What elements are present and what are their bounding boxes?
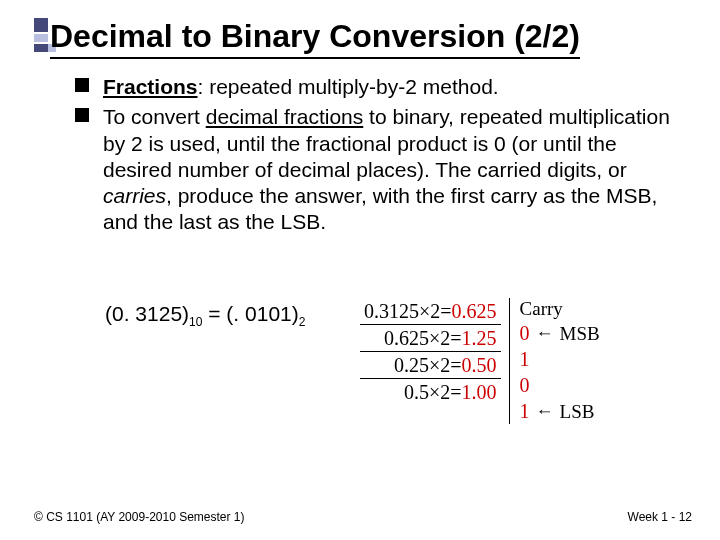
bullet-2: To convert decimal fractions to binary, … — [75, 104, 690, 235]
accent-square-top — [34, 18, 48, 32]
bullet-1-strong: Fractions — [103, 75, 198, 98]
slide-title: Decimal to Binary Conversion (2/2) — [50, 18, 580, 59]
carry-header: Carry — [520, 298, 600, 320]
accent-square-2 — [34, 44, 48, 52]
calc-pre: 0.25×2= — [394, 354, 462, 376]
eq-rhs-sub: 2 — [299, 315, 306, 329]
table-row: 0←MSB — [520, 320, 600, 346]
calc-column: 0.3125×2=0.625 0.625×2=1.25 0.25×2=0.50 … — [360, 298, 509, 424]
footer-copyright: © CS 1101 (AY 2009-2010 Semester 1) — [34, 510, 245, 524]
bullet-icon — [75, 78, 89, 92]
accent-light-1 — [34, 34, 48, 42]
table-row: 1←LSB — [520, 398, 600, 424]
carry-val: 1 — [520, 400, 530, 423]
table-row: 0.625×2=1.25 — [360, 325, 501, 352]
arrow-left-icon: ← — [536, 323, 554, 344]
table-row: 0 — [520, 372, 600, 398]
carry-val: 0 — [520, 374, 530, 397]
equation: (0. 3125)10 = (. 0101)2 — [105, 302, 305, 329]
carry-note: LSB — [560, 401, 595, 423]
calc-pre: 0.3125×2= — [364, 300, 452, 322]
footer-page: Week 1 - 12 — [628, 510, 692, 524]
calc-res: 0.50 — [462, 354, 497, 376]
eq-lhs: (0. 3125) — [105, 302, 189, 325]
bullet-2-ul: decimal fractions — [206, 105, 364, 128]
bullet-1-rest: : repeated multiply-by-2 method. — [198, 75, 499, 98]
body: Fractions: repeated multiply-by-2 method… — [75, 74, 690, 240]
bullet-1: Fractions: repeated multiply-by-2 method… — [75, 74, 690, 100]
bullet-1-text: Fractions: repeated multiply-by-2 method… — [103, 74, 499, 100]
calc-res: 0.625 — [452, 300, 497, 322]
calc-pre: 0.5×2= — [404, 381, 462, 403]
carry-val: 0 — [520, 322, 530, 345]
bullet-2-c: , produce the answer, with the first car… — [103, 184, 657, 233]
carry-note: MSB — [560, 323, 600, 345]
table-row: 0.25×2=0.50 — [360, 352, 501, 379]
conversion-table: 0.3125×2=0.625 0.625×2=1.25 0.25×2=0.50 … — [360, 298, 600, 424]
eq-lhs-sub: 10 — [189, 315, 202, 329]
eq-mid: = (. 0101) — [202, 302, 298, 325]
bullet-2-text: To convert decimal fractions to binary, … — [103, 104, 690, 235]
carry-val: 1 — [520, 348, 530, 371]
calc-pre: 0.625×2= — [384, 327, 462, 349]
table-row: 0.5×2=1.00 — [360, 379, 501, 405]
bullet-2-it: carries — [103, 184, 166, 207]
carry-column: Carry 0←MSB 1 0 1←LSB — [509, 298, 600, 424]
calc-res: 1.25 — [462, 327, 497, 349]
calc-res: 1.00 — [462, 381, 497, 403]
table-row: 1 — [520, 346, 600, 372]
bullet-icon — [75, 108, 89, 122]
arrow-left-icon: ← — [536, 401, 554, 422]
bullet-2-a: To convert — [103, 105, 206, 128]
table-row: 0.3125×2=0.625 — [360, 298, 501, 325]
